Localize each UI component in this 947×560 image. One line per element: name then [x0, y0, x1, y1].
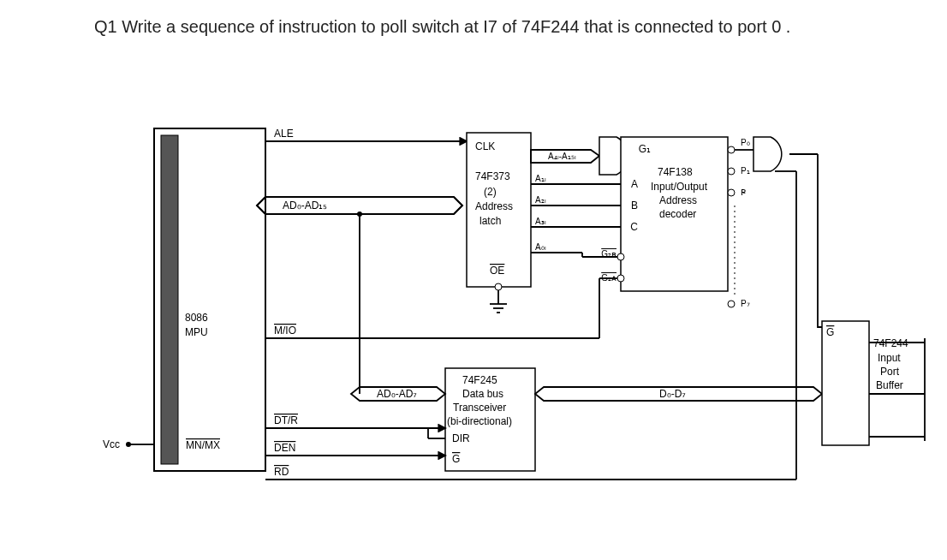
trx-dir: DIR — [452, 432, 470, 444]
dtr-label: DT/R — [274, 414, 298, 426]
buf-name: 74F244 — [873, 337, 908, 349]
trx-g: G — [452, 453, 460, 465]
latch-name: 74F373 — [475, 170, 510, 182]
mpu-label-2: MPU — [185, 326, 208, 338]
a-hi-label: A₄ₗ-A₁₅ₗ — [548, 152, 576, 161]
dec-desc2: Address — [659, 194, 697, 206]
svg-point-9 — [495, 283, 502, 290]
buf-desc3: Buffer — [876, 379, 903, 391]
p1-label: P₁ — [741, 166, 750, 176]
buf-desc2: Port — [880, 366, 900, 378]
a2-label: A₂ₗ — [535, 195, 546, 205]
ale-label: ALE — [274, 128, 294, 140]
latch-oe: OE — [490, 265, 504, 277]
trx-desc2: Transceiver — [453, 402, 506, 414]
ad-hi-label: AD₀-AD₁₅ — [283, 200, 327, 211]
trx-desc3: (bi-directional) — [447, 415, 512, 427]
svg-rect-47 — [822, 321, 869, 445]
mnmx-label: MN/MX — [186, 439, 220, 451]
d-bus-label: D₀-D₇ — [659, 388, 686, 400]
latch-block: CLK 74F373 (2) Address latch OE — [467, 133, 531, 313]
p7-label: P₇ — [741, 299, 750, 308]
svg-point-26 — [617, 275, 624, 282]
dec-name: 74F138 — [658, 166, 693, 178]
dec-desc3: decoder — [659, 208, 696, 220]
px-label: P̵ — [741, 188, 746, 197]
trx-desc1: Data bus — [462, 388, 503, 400]
mpu-block: 8086 MPU — [154, 128, 265, 471]
ad-lo-label: AD₀-AD₇ — [377, 388, 417, 400]
buf-g: G — [826, 326, 834, 338]
transceiver-block: 74F245 Data bus Transceiver (bi-directio… — [445, 368, 535, 471]
dec-desc1: Input/Output — [651, 181, 708, 193]
mpu-label-1: 8086 — [185, 312, 208, 324]
a0-label: A₀ₗ — [535, 242, 546, 252]
svg-rect-1 — [161, 135, 178, 464]
p0-label: P₀ — [741, 138, 750, 147]
ad-lo-bus: AD₀-AD₇ — [351, 387, 445, 401]
svg-point-22 — [728, 189, 735, 196]
svg-point-20 — [728, 146, 735, 153]
latch-clk: CLK — [475, 140, 495, 152]
buffer-block: G 74F244 Input Port Buffer — [822, 321, 925, 445]
d-bus: D₀-D₇ — [535, 387, 822, 401]
a1-label: A₁ₗ — [535, 174, 546, 183]
dec-g1: G₁ — [639, 143, 651, 155]
vcc-label: Vcc — [103, 438, 120, 450]
dec-a: A — [631, 178, 638, 190]
den-label: DEN — [274, 442, 295, 454]
buf-desc1: Input — [878, 352, 901, 364]
latch-desc1: Address — [475, 200, 513, 212]
trx-name: 74F245 — [462, 374, 497, 386]
svg-point-7 — [357, 211, 362, 217]
dec-b: B — [631, 200, 638, 211]
svg-point-23 — [728, 301, 735, 307]
dec-c: C — [630, 221, 638, 233]
svg-point-21 — [728, 168, 735, 175]
svg-point-25 — [617, 253, 624, 260]
ale-wire: ALE — [265, 128, 467, 141]
latch-desc2: latch — [479, 215, 501, 227]
rd-label: RD — [274, 466, 289, 478]
mio-wire: M/IO — [265, 278, 617, 338]
a3-label: A₃ₗ — [535, 217, 546, 226]
latch-qty: (2) — [484, 186, 497, 198]
mio-label: M/IO — [274, 325, 296, 337]
circuit-diagram: 8086 MPU Vcc MN/MX ALE AD₀-AD₁₅ — [0, 0, 947, 560]
